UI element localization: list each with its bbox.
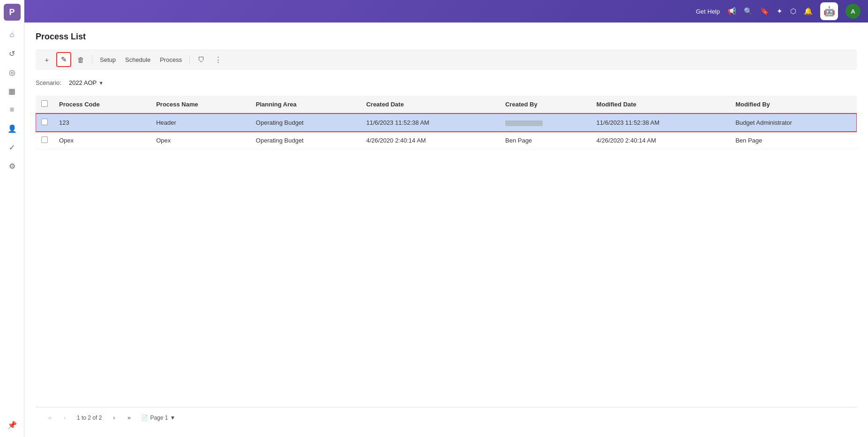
col-process-name: Process Name: [150, 96, 250, 113]
row1-checkbox[interactable]: [41, 119, 48, 125]
robot-icon[interactable]: 🤖: [820, 2, 838, 20]
add-button[interactable]: +: [39, 52, 54, 67]
page-title: Process List: [36, 32, 857, 42]
scenario-dropdown[interactable]: 2022 AOP ▼: [65, 77, 107, 88]
sidebar: P ⌂ ↺ ◎ ▦ ≡ 👤 ✓ ⚙ 📌: [0, 0, 24, 437]
row1-process-name: Header: [150, 113, 250, 132]
col-planning-area: Planning Area: [250, 96, 361, 113]
sidebar-bottom: 📌: [4, 416, 21, 433]
process-table: Process Code Process Name Planning Area …: [36, 96, 857, 150]
sidebar-item-target[interactable]: ◎: [4, 64, 21, 81]
row1-modified-date: 11/6/2023 11:52:38 AM: [591, 113, 730, 132]
next-page-button[interactable]: ›: [107, 411, 120, 424]
sidebar-item-refresh[interactable]: ↺: [4, 45, 21, 62]
page-selector-label: Page 1: [150, 414, 168, 421]
page-selector[interactable]: 📄 Page 1 ▼: [141, 414, 175, 421]
redacted-bar: [505, 121, 543, 126]
row2-modified-date: 4/26/2020 2:40:14 AM: [591, 132, 730, 150]
row2-process-code: Opex: [53, 132, 150, 150]
row1-checkbox-cell: [36, 113, 53, 132]
page-info: 1 to 2 of 2: [77, 414, 102, 421]
row2-created-date: 4/26/2020 2:40:14 AM: [360, 132, 500, 150]
more-button[interactable]: ⋮: [210, 52, 225, 67]
edit-button[interactable]: ✎: [56, 52, 71, 67]
row2-modified-by: Ben Page: [730, 132, 857, 150]
app-logo: P: [4, 4, 21, 21]
sidebar-item-home[interactable]: ⌂: [4, 26, 21, 43]
table-row[interactable]: 123 Header Operating Budget 11/6/2023 11…: [36, 113, 857, 132]
table-body: 123 Header Operating Budget 11/6/2023 11…: [36, 113, 857, 150]
bell-icon[interactable]: 🔔: [804, 7, 813, 15]
compass-icon[interactable]: ✦: [777, 7, 783, 15]
row2-planning-area: Operating Budget: [250, 132, 361, 150]
row1-created-date: 11/6/2023 11:52:38 AM: [360, 113, 500, 132]
sidebar-item-check[interactable]: ✓: [4, 139, 21, 156]
toolbar-divider-2: [189, 55, 190, 64]
topbar: Get Help 📢 🔍 🔖 ✦ ⬡ 🔔 🤖 A: [24, 0, 868, 23]
row2-checkbox[interactable]: [41, 136, 48, 143]
page-dropdown-arrow-icon: ▼: [170, 414, 175, 421]
toolbar-divider-1: [92, 55, 92, 64]
row2-created-by: Ben Page: [500, 132, 591, 150]
row2-process-name: Opex: [150, 132, 250, 150]
megaphone-icon[interactable]: 📢: [727, 7, 736, 15]
scenario-row: Scenario: 2022 AOP ▼: [36, 77, 857, 88]
col-modified-date: Modified Date: [591, 96, 730, 113]
row2-checkbox-cell: [36, 132, 53, 150]
user-avatar[interactable]: A: [846, 4, 861, 19]
col-modified-by: Modified By: [730, 96, 857, 113]
sidebar-item-list[interactable]: ≡: [4, 101, 21, 118]
row1-modified-by: Budget Administrator: [730, 113, 857, 132]
table-container: Process Code Process Name Planning Area …: [36, 96, 857, 407]
row1-process-code: 123: [53, 113, 150, 132]
get-help-button[interactable]: Get Help: [696, 8, 720, 15]
scenario-value: 2022 AOP: [69, 79, 97, 86]
select-all-checkbox[interactable]: [41, 100, 48, 107]
filter-button[interactable]: ⛉: [194, 52, 209, 67]
col-process-code: Process Code: [53, 96, 150, 113]
bookmark-icon[interactable]: 🔖: [760, 7, 769, 15]
sidebar-item-grid[interactable]: ▦: [4, 83, 21, 99]
toolbar: + ✎ 🗑 Setup Schedule Process ⛉ ⋮: [36, 49, 857, 70]
last-page-button[interactable]: »: [122, 411, 135, 424]
delete-button[interactable]: 🗑: [73, 52, 88, 67]
dropdown-arrow-icon: ▼: [98, 80, 104, 86]
sidebar-item-settings[interactable]: ⚙: [4, 158, 21, 174]
col-created-by: Created By: [500, 96, 591, 113]
scenario-label: Scenario:: [36, 79, 61, 86]
sidebar-item-pin[interactable]: 📌: [4, 416, 21, 433]
pagination: « ‹ 1 to 2 of 2 › » 📄 Page 1 ▼: [36, 407, 857, 428]
table-header: Process Code Process Name Planning Area …: [36, 96, 857, 113]
row1-created-by: [500, 113, 591, 132]
main-content: Get Help 📢 🔍 🔖 ✦ ⬡ 🔔 🤖 A Process List + …: [24, 0, 868, 437]
row1-planning-area: Operating Budget: [250, 113, 361, 132]
setup-menu[interactable]: Setup: [96, 54, 120, 65]
first-page-button[interactable]: «: [43, 411, 56, 424]
col-created-date: Created Date: [360, 96, 500, 113]
table-row[interactable]: Opex Opex Operating Budget 4/26/2020 2:4…: [36, 132, 857, 150]
sidebar-item-user[interactable]: 👤: [4, 120, 21, 137]
process-menu[interactable]: Process: [156, 54, 186, 65]
header-checkbox-cell: [36, 96, 53, 113]
cube-icon[interactable]: ⬡: [790, 7, 796, 15]
prev-page-button[interactable]: ‹: [58, 411, 71, 424]
page: Process List + ✎ 🗑 Setup Schedule Proces…: [24, 23, 868, 437]
page-icon: 📄: [141, 414, 148, 421]
search-icon[interactable]: 🔍: [744, 7, 753, 15]
schedule-menu[interactable]: Schedule: [121, 54, 154, 65]
